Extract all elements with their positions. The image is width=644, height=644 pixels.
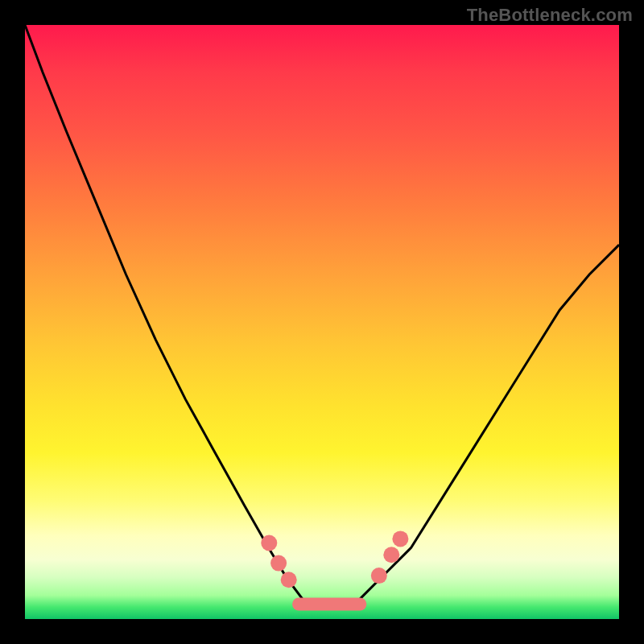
- chart-frame: TheBottleneck.com: [0, 0, 644, 644]
- plot-area: [25, 25, 619, 619]
- attribution-text: TheBottleneck.com: [467, 5, 633, 26]
